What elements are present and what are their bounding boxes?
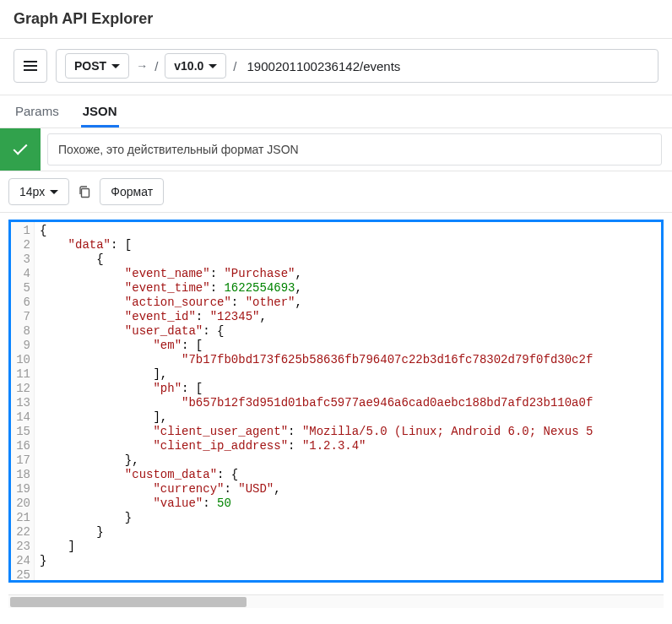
page-title: Graph API Explorer: [14, 10, 658, 28]
caret-down-icon: [111, 64, 120, 68]
copy-button[interactable]: [78, 185, 91, 198]
slash: /: [233, 59, 236, 73]
format-label: Формат: [111, 185, 153, 198]
slash: /: [154, 59, 158, 73]
version-label: v10.0: [174, 59, 203, 73]
tab-json[interactable]: JSON: [81, 95, 119, 128]
tab-params[interactable]: Params: [14, 95, 61, 128]
caret-down-icon: [50, 190, 58, 194]
scrollbar-thumb[interactable]: [10, 597, 247, 607]
url-bar: POST → / v10.0 /: [56, 49, 658, 83]
font-size-label: 14px: [19, 185, 45, 198]
code-area[interactable]: { "data": [ { "event_name": "Purchase", …: [35, 222, 661, 580]
validation-row: Похоже, это действительный формат JSON: [0, 128, 672, 171]
caret-down-icon: [209, 64, 217, 68]
request-toolbar: POST → / v10.0 /: [0, 39, 672, 95]
check-icon: [14, 141, 28, 155]
hamburger-icon: [24, 61, 37, 71]
arrow-icon: →: [136, 59, 148, 73]
json-editor[interactable]: 1234567891011121314151617181920212223242…: [8, 220, 664, 583]
header: Graph API Explorer: [0, 0, 672, 39]
horizontal-scrollbar[interactable]: [8, 594, 664, 608]
status-success-icon: [0, 128, 41, 171]
line-gutter: 1234567891011121314151617181920212223242…: [11, 222, 35, 580]
svg-rect-0: [82, 189, 89, 198]
font-size-select[interactable]: 14px: [8, 178, 69, 205]
path-input[interactable]: [244, 56, 649, 77]
tabs: Params JSON: [0, 95, 672, 128]
format-button[interactable]: Формат: [100, 178, 164, 205]
validation-message: Похоже, это действительный формат JSON: [47, 133, 662, 165]
method-select[interactable]: POST: [65, 53, 129, 79]
menu-button[interactable]: [14, 49, 47, 83]
version-select[interactable]: v10.0: [165, 53, 226, 79]
method-label: POST: [74, 59, 106, 73]
editor-toolbar: 14px Формат: [0, 171, 672, 213]
